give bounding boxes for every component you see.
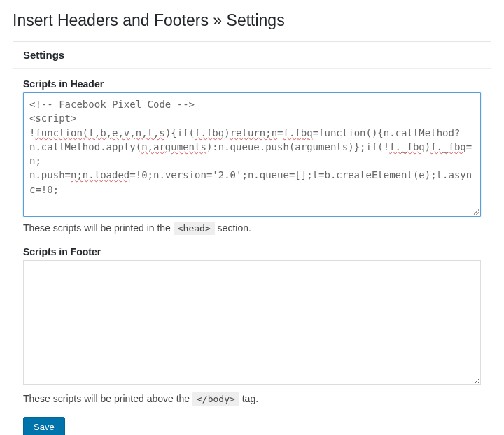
resize-grip-icon[interactable] — [472, 208, 479, 215]
save-button[interactable]: Save — [23, 417, 65, 435]
footer-help-text: These scripts will be printed above the … — [23, 393, 481, 404]
panel-body: Scripts in Header <!-- Facebook Pixel Co… — [13, 69, 491, 435]
page-title: Insert Headers and Footers » Settings — [13, 11, 491, 30]
header-help-text: These scripts will be printed in the <he… — [23, 222, 481, 234]
body-tag-code: </body> — [192, 392, 239, 406]
settings-panel: Settings Scripts in Header <!-- Facebook… — [13, 41, 491, 435]
header-scripts-textarea[interactable]: <!-- Facebook Pixel Code --><script>!fun… — [23, 92, 481, 217]
panel-heading: Settings — [13, 42, 491, 69]
header-scripts-label: Scripts in Header — [23, 78, 481, 90]
footer-scripts-label: Scripts in Footer — [23, 246, 481, 257]
footer-scripts-textarea[interactable] — [23, 260, 481, 385]
head-tag-code: <head> — [174, 222, 215, 235]
